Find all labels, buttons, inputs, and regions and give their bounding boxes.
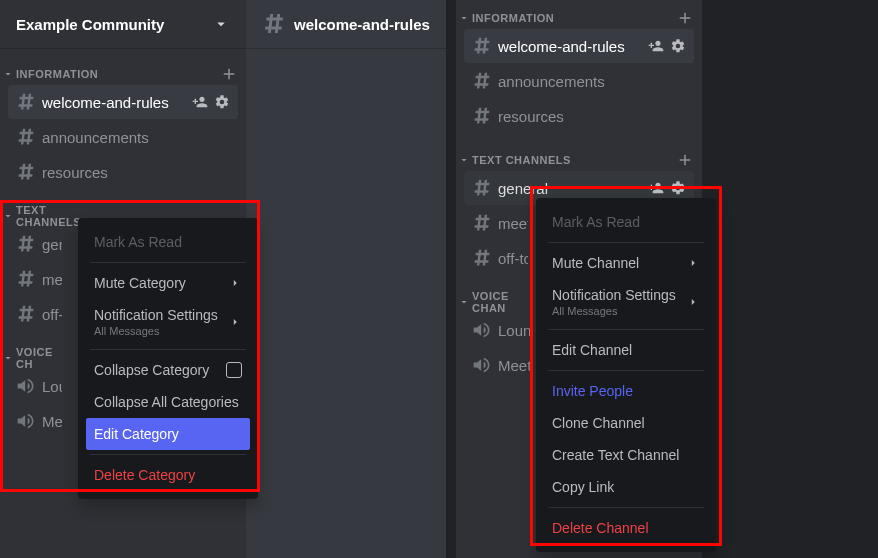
- gear-icon[interactable]: [214, 94, 230, 110]
- menu-invite-people[interactable]: Invite People: [544, 375, 708, 407]
- chevron-down-icon: [212, 15, 230, 33]
- channel-resources[interactable]: resources: [464, 99, 694, 133]
- hash-icon: [472, 213, 492, 233]
- channel-lounge[interactable]: Lounge: [464, 313, 540, 347]
- menu-separator: [90, 349, 246, 350]
- menu-collapse-all[interactable]: Collapse All Categories: [86, 386, 250, 418]
- menu-mark-as-read[interactable]: Mark As Read: [544, 206, 708, 238]
- channel-label: off-t: [42, 306, 62, 323]
- channel-label: general: [498, 180, 648, 197]
- chevron-down-icon: [2, 210, 14, 222]
- menu-mark-as-read[interactable]: Mark As Read: [86, 226, 250, 258]
- server-name: Example Community: [16, 16, 164, 33]
- hash-icon: [16, 304, 36, 324]
- channel-meeting-plans[interactable]: meetin: [464, 206, 536, 240]
- category-label: TEXT CHANNELS: [14, 204, 81, 228]
- hash-icon: [472, 36, 492, 56]
- chevron-right-icon: [228, 315, 242, 329]
- channel-label: Me: [42, 413, 62, 430]
- category-label: VOICE CHAN: [470, 290, 538, 314]
- category-text-channels[interactable]: TEXT CHANNELS: [456, 134, 702, 170]
- category-text-channels[interactable]: TEXT CHANNELS: [0, 190, 80, 226]
- menu-separator: [548, 329, 704, 330]
- invite-icon[interactable]: [648, 180, 664, 196]
- category-voice-channels[interactable]: VOICE CH: [0, 332, 80, 368]
- menu-notification-settings[interactable]: Notification Settings All Messages: [86, 299, 250, 345]
- channel-meeting[interactable]: Meetir: [464, 348, 540, 382]
- add-channel-icon[interactable]: [676, 151, 694, 169]
- hash-icon: [472, 178, 492, 198]
- menu-notification-settings[interactable]: Notification Settings All Messages: [544, 279, 708, 325]
- channel-label: Meetir: [498, 357, 532, 374]
- menu-delete-category[interactable]: Delete Category: [86, 459, 250, 491]
- hash-icon: [16, 234, 36, 254]
- speaker-icon: [472, 355, 492, 375]
- category-information[interactable]: INFORMATION: [456, 0, 702, 28]
- menu-mute-channel[interactable]: Mute Channel: [544, 247, 708, 279]
- speaker-icon: [16, 411, 36, 431]
- channel-label: Loun: [42, 378, 62, 395]
- channel-label: welcome-and-rules: [498, 38, 648, 55]
- hash-icon: [472, 248, 492, 268]
- chevron-down-icon: [2, 352, 14, 364]
- menu-separator: [90, 262, 246, 263]
- gear-icon[interactable]: [670, 38, 686, 54]
- menu-separator: [90, 454, 246, 455]
- category-context-menu: Mark As Read Mute Category Notification …: [78, 218, 258, 499]
- category-label: TEXT CHANNELS: [470, 154, 676, 166]
- chevron-right-icon: [228, 276, 242, 290]
- chevron-down-icon: [458, 12, 470, 24]
- menu-separator: [548, 370, 704, 371]
- channel-context-menu: Mark As Read Mute Channel Notification S…: [536, 198, 716, 552]
- menu-edit-channel[interactable]: Edit Channel: [544, 334, 708, 366]
- hash-icon: [16, 127, 36, 147]
- channel-announcements[interactable]: announcements: [464, 64, 694, 98]
- channel-welcome-and-rules[interactable]: welcome-and-rules: [8, 85, 238, 119]
- category-label: INFORMATION: [470, 12, 676, 24]
- chevron-right-icon: [686, 256, 700, 270]
- channel-announcements[interactable]: announcements: [8, 120, 238, 154]
- speaker-icon: [472, 320, 492, 340]
- menu-create-text-channel[interactable]: Create Text Channel: [544, 439, 708, 471]
- menu-mute-category[interactable]: Mute Category: [86, 267, 250, 299]
- channel-welcome-and-rules[interactable]: welcome-and-rules: [464, 29, 694, 63]
- menu-edit-category[interactable]: Edit Category: [86, 418, 250, 450]
- channel-off-topic[interactable]: off-top: [464, 241, 536, 275]
- category-information[interactable]: INFORMATION: [0, 48, 246, 84]
- invite-icon[interactable]: [192, 94, 208, 110]
- menu-clone-channel[interactable]: Clone Channel: [544, 407, 708, 439]
- channel-meeting[interactable]: Me: [8, 404, 70, 438]
- invite-icon[interactable]: [648, 38, 664, 54]
- category-label: INFORMATION: [14, 68, 220, 80]
- hash-icon: [16, 92, 36, 112]
- channel-label: resources: [42, 164, 230, 181]
- gear-icon[interactable]: [670, 180, 686, 196]
- channel-label: Lounge: [498, 322, 532, 339]
- category-label: VOICE CH: [14, 346, 72, 370]
- channel-title: welcome-and-rules: [294, 16, 430, 33]
- channel-general[interactable]: gene: [8, 227, 70, 261]
- menu-separator: [548, 507, 704, 508]
- checkbox-icon: [226, 362, 242, 378]
- menu-collapse-category[interactable]: Collapse Category: [86, 354, 250, 386]
- hash-icon: [472, 71, 492, 91]
- menu-delete-channel[interactable]: Delete Channel: [544, 512, 708, 544]
- add-channel-icon[interactable]: [220, 65, 238, 83]
- channel-label: announcements: [42, 129, 230, 146]
- menu-copy-link[interactable]: Copy Link: [544, 471, 708, 503]
- channel-label: meetin: [498, 215, 528, 232]
- hash-icon: [16, 162, 36, 182]
- channel-off-topic[interactable]: off-t: [8, 297, 70, 331]
- channel-label: off-top: [498, 250, 528, 267]
- hash-icon: [262, 12, 286, 36]
- channel-lounge[interactable]: Loun: [8, 369, 70, 403]
- speaker-icon: [16, 376, 36, 396]
- hash-icon: [472, 106, 492, 126]
- server-header[interactable]: Example Community: [0, 0, 246, 48]
- add-channel-icon[interactable]: [676, 9, 694, 27]
- channel-resources[interactable]: resources: [8, 155, 238, 189]
- category-voice-channels[interactable]: VOICE CHAN: [456, 276, 546, 312]
- left-content: welcome-and-rules: [246, 0, 446, 558]
- channel-label: meet: [42, 271, 62, 288]
- channel-meeting-plans[interactable]: meet: [8, 262, 70, 296]
